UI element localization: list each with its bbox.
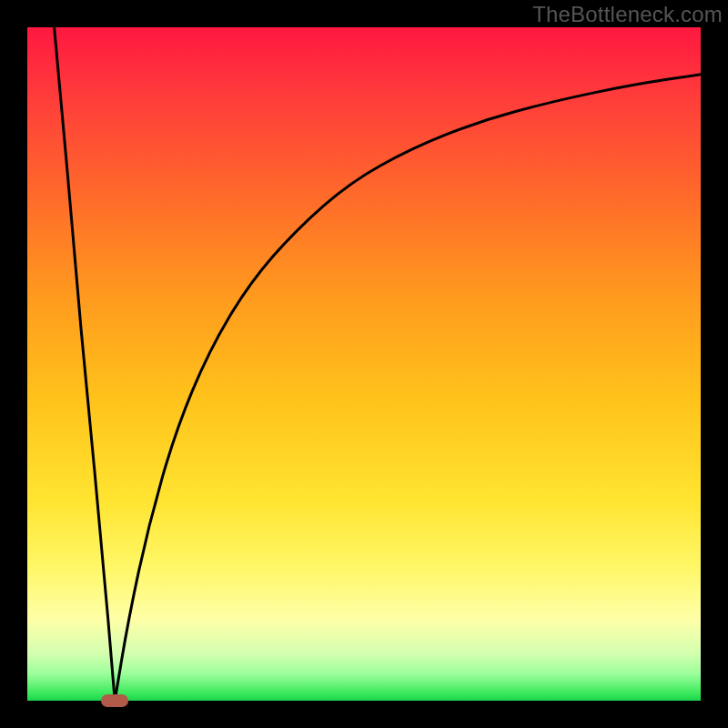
curve-right-branch (115, 75, 701, 701)
watermark-label: TheBottleneck.com (532, 2, 723, 27)
curve-left-branch (55, 27, 116, 701)
plot-area (27, 27, 701, 701)
minimum-marker (101, 694, 128, 708)
bottleneck-curve (27, 27, 701, 701)
chart-frame: TheBottleneck.com (0, 0, 728, 728)
